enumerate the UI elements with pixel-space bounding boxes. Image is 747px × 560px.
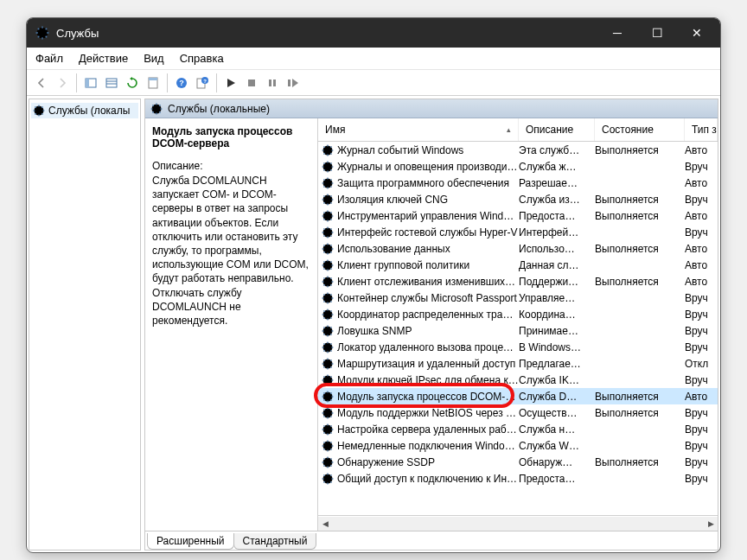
service-row[interactable]: Инструментарий управления WindowsПредост… bbox=[318, 207, 718, 224]
service-description: Служба D… bbox=[519, 391, 595, 403]
show-hide-tree-button[interactable] bbox=[81, 73, 100, 92]
service-row[interactable]: Маршрутизация и удаленный доступПредлага… bbox=[318, 355, 718, 372]
gear-icon bbox=[322, 161, 334, 173]
service-name: Защита программного обеспечения bbox=[337, 177, 519, 189]
service-row[interactable]: Изоляция ключей CNGСлужба из…Выполняется… bbox=[318, 191, 718, 207]
view-tabs: Расширенный Стандартный bbox=[145, 531, 718, 550]
maximize-button[interactable]: ☐ bbox=[637, 18, 677, 48]
svg-rect-16 bbox=[149, 78, 157, 80]
forward-button[interactable] bbox=[53, 73, 72, 92]
menu-file[interactable]: Файл bbox=[35, 52, 63, 65]
service-row[interactable]: Ловушка SNMPПринимае…Вруч bbox=[318, 322, 718, 339]
service-row[interactable]: Модули ключей IPsec для обмена кл…Служба… bbox=[318, 372, 718, 388]
stop-service-button[interactable] bbox=[242, 73, 261, 92]
gear-icon bbox=[322, 177, 334, 189]
service-startup-type: Откл bbox=[685, 358, 718, 370]
close-button[interactable]: ✕ bbox=[677, 18, 717, 48]
description-text: Служба DCOMLAUNCH запускает COM- и DCOM-… bbox=[152, 174, 310, 328]
service-row[interactable]: Обнаружение SSDPОбнаруж…ВыполняетсяВруч bbox=[318, 454, 718, 470]
tab-extended[interactable]: Расширенный bbox=[147, 533, 234, 550]
help-button[interactable]: ? bbox=[172, 73, 191, 92]
svg-rect-24 bbox=[273, 80, 276, 86]
start-service-button[interactable] bbox=[221, 73, 240, 92]
tree-root-label: Службы (локалы bbox=[48, 105, 130, 117]
gear-icon bbox=[322, 423, 334, 436]
service-row[interactable]: Немедленные подключения Windows…Служба W… bbox=[318, 437, 718, 454]
menu-view[interactable]: Вид bbox=[144, 52, 164, 65]
tree-pane[interactable]: Службы (локалы bbox=[29, 99, 141, 550]
svg-rect-12 bbox=[106, 79, 117, 87]
service-row[interactable]: Интерфейс гостевой службы Hyper-VИнтерфе… bbox=[318, 224, 718, 240]
tree-root-item[interactable]: Службы (локалы bbox=[31, 103, 138, 118]
svg-rect-11 bbox=[86, 79, 89, 87]
service-startup-type: Авто bbox=[685, 243, 718, 255]
back-button[interactable] bbox=[32, 73, 51, 92]
pause-service-button[interactable] bbox=[263, 73, 282, 92]
minimize-button[interactable]: ─ bbox=[597, 18, 637, 48]
service-row[interactable]: Общий доступ к подключению к Инт…Предост… bbox=[318, 470, 718, 487]
svg-text:?: ? bbox=[179, 79, 184, 87]
menu-help[interactable]: Справка bbox=[180, 52, 224, 65]
service-state: Выполняется bbox=[595, 407, 685, 419]
selected-service-title: Модуль запуска процессов DCOM-сервера bbox=[152, 125, 310, 150]
menubar: Файл Действие Вид Справка bbox=[27, 48, 720, 70]
service-row[interactable]: Модуль запуска процессов DCOM-се…Служба … bbox=[318, 388, 718, 404]
service-name: Модуль запуска процессов DCOM-се… bbox=[337, 391, 519, 403]
titlebar: Службы ─ ☐ ✕ bbox=[27, 18, 720, 48]
service-name: Клиент отслеживания изменившихся … bbox=[337, 276, 519, 288]
service-startup-type: Авто bbox=[685, 391, 718, 403]
help2-button[interactable]: ? bbox=[193, 73, 212, 92]
menu-action[interactable]: Действие bbox=[79, 52, 128, 65]
service-row[interactable]: Журналы и оповещения производите…Служба … bbox=[318, 158, 718, 175]
service-name: Инструментарий управления Windows bbox=[337, 210, 519, 222]
column-name[interactable]: Имя▴ bbox=[318, 118, 519, 141]
service-state: Выполняется bbox=[595, 391, 685, 403]
service-description: Служба из… bbox=[519, 194, 595, 206]
service-state: Выполняется bbox=[595, 194, 685, 206]
gear-icon bbox=[35, 26, 49, 40]
service-row[interactable]: Локатор удаленного вызова процеду…В Wind… bbox=[318, 339, 718, 355]
service-startup-type: Авто bbox=[685, 144, 718, 156]
right-pane: Службы (локальные) Модуль запуска процес… bbox=[144, 99, 718, 550]
client-area: Службы (локалы Службы (локальные) Модуль… bbox=[27, 96, 720, 552]
properties-button[interactable] bbox=[144, 73, 163, 92]
service-row[interactable]: Защита программного обеспеченияРазрешае…… bbox=[318, 175, 718, 191]
service-startup-type: Авто bbox=[685, 177, 718, 189]
column-headers: Имя▴ Описание Состояние Тип з bbox=[318, 118, 718, 142]
service-row[interactable]: Модуль поддержки NetBIOS через TC…Осущес… bbox=[318, 404, 718, 421]
service-startup-type: Вруч bbox=[685, 407, 718, 419]
column-startup-type[interactable]: Тип з bbox=[685, 118, 718, 141]
service-startup-type: Вруч bbox=[685, 292, 718, 304]
service-startup-type: Вруч bbox=[685, 423, 718, 436]
column-description[interactable]: Описание bbox=[519, 118, 595, 141]
service-row[interactable]: Клиент отслеживания изменившихся …Поддер… bbox=[318, 273, 718, 290]
scroll-left-icon[interactable]: ◀ bbox=[318, 517, 332, 531]
service-description: Принимае… bbox=[519, 325, 595, 337]
gear-icon bbox=[322, 325, 334, 337]
service-row[interactable]: Клиент групповой политикиДанная сл…Авто bbox=[318, 257, 718, 273]
gear-icon bbox=[322, 456, 334, 468]
gear-icon bbox=[322, 210, 334, 222]
service-row[interactable]: Контейнер службы Microsoft PassportУправ… bbox=[318, 290, 718, 306]
service-startup-type: Авто bbox=[685, 259, 718, 271]
service-description: Обнаруж… bbox=[519, 456, 595, 468]
scroll-right-icon[interactable]: ▶ bbox=[704, 517, 718, 531]
service-name: Интерфейс гостевой службы Hyper-V bbox=[337, 226, 519, 239]
info-pane: Модуль запуска процессов DCOM-сервера Оп… bbox=[145, 118, 318, 531]
refresh-button[interactable] bbox=[123, 73, 142, 92]
service-row[interactable]: Настройка сервера удаленных рабоч…Служба… bbox=[318, 421, 718, 437]
service-name: Контейнер службы Microsoft Passport bbox=[337, 292, 519, 304]
gear-icon bbox=[322, 358, 334, 370]
service-description: Предоста… bbox=[519, 473, 595, 485]
service-row[interactable]: Использование данныхИспользо…Выполняется… bbox=[318, 240, 718, 257]
horizontal-scrollbar[interactable]: ◀ ▶ bbox=[318, 515, 718, 531]
list-rows[interactable]: Журнал событий WindowsЭта служб…Выполняе… bbox=[318, 142, 718, 515]
column-state[interactable]: Состояние bbox=[595, 118, 685, 141]
service-description: Поддержи… bbox=[519, 276, 595, 288]
gear-icon bbox=[322, 391, 334, 403]
tab-standard[interactable]: Стандартный bbox=[233, 533, 317, 550]
service-row[interactable]: Журнал событий WindowsЭта служб…Выполняе… bbox=[318, 142, 718, 158]
service-row[interactable]: Координатор распределенных транза…Коорди… bbox=[318, 306, 718, 322]
restart-service-button[interactable] bbox=[284, 73, 303, 92]
export-list-button[interactable] bbox=[102, 73, 121, 92]
